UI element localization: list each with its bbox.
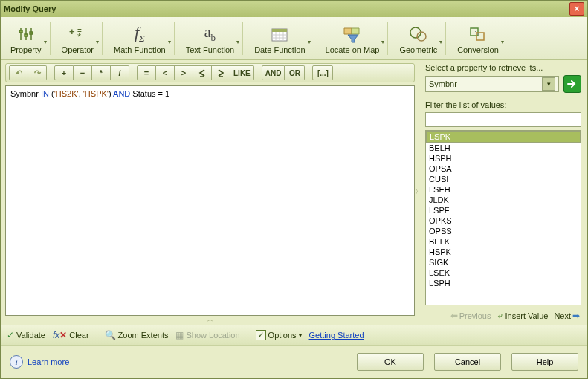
chevron-down-icon: ▾: [439, 39, 442, 45]
ok-button[interactable]: OK: [357, 353, 424, 371]
text-function-icon: ab: [204, 23, 216, 45]
dialog-footer: i Learn more OK Cancel Help: [1, 346, 587, 378]
chevron-down-icon: ▾: [542, 77, 555, 91]
options-button[interactable]: ✓Options▾: [256, 330, 302, 340]
list-item[interactable]: BELH: [426, 143, 581, 153]
mult-op-button[interactable]: *: [92, 65, 111, 80]
query-keyword: IN: [41, 89, 49, 98]
property-label: Property: [10, 45, 42, 54]
ge-op-button[interactable]: [212, 65, 230, 80]
text-function-button[interactable]: ab Text Function ▾: [179, 19, 241, 58]
filter-input[interactable]: [425, 112, 581, 127]
list-item[interactable]: BELK: [426, 236, 581, 247]
div-op-button[interactable]: /: [111, 65, 129, 80]
text-function-label: Text Function: [186, 45, 234, 54]
values-listbox[interactable]: LSPKBELHHSPHOPSACUSILSEHJLDKLSPFOPKSOPSS…: [425, 130, 581, 305]
insert-value-button[interactable]: ⤶Insert Value: [495, 311, 549, 322]
insert-icon: ⤶: [497, 311, 503, 321]
property-button[interactable]: Property ▾: [4, 19, 48, 58]
learn-more-link[interactable]: Learn more: [28, 357, 69, 366]
svg-rect-4: [25, 34, 28, 36]
list-item[interactable]: OPKS: [426, 216, 581, 226]
chevron-down-icon: ▾: [299, 332, 302, 339]
window-title: Modify Query: [4, 4, 56, 13]
operator-button[interactable]: +*= Operator ▾: [55, 19, 100, 58]
conversion-icon: [468, 23, 488, 45]
math-function-label: Math Function: [114, 45, 166, 54]
chevron-down-icon: ▾: [168, 39, 171, 45]
locate-on-map-label: Locate on Map: [326, 45, 380, 54]
zoom-icon: 🔍: [105, 330, 116, 340]
bracket-op-button[interactable]: [...]: [312, 65, 333, 80]
chevron-down-icon: ▾: [236, 39, 239, 45]
svg-text:+: +: [69, 26, 75, 37]
list-item[interactable]: LSPF: [426, 205, 581, 216]
chevron-down-icon: ▾: [308, 39, 311, 45]
list-item[interactable]: LSPH: [426, 278, 581, 288]
list-item[interactable]: SIGK: [426, 257, 581, 268]
arrow-right-icon: [567, 80, 578, 88]
eq-op-button[interactable]: =: [137, 65, 156, 80]
close-button[interactable]: ×: [569, 2, 584, 16]
operator-label: Operator: [62, 45, 94, 54]
list-item[interactable]: LSPK: [426, 131, 581, 143]
conversion-label: Conversion: [457, 45, 499, 54]
lt-op-button[interactable]: <: [156, 65, 175, 80]
collapse-handle-vertical[interactable]: 〉: [415, 60, 422, 323]
undo-button[interactable]: ↶: [9, 65, 28, 80]
chevron-down-icon: ▾: [381, 39, 384, 45]
le-op-button[interactable]: [193, 65, 212, 80]
operator-icon: +*=: [67, 23, 88, 45]
plus-op-button[interactable]: +: [54, 65, 74, 80]
date-function-label: Date Function: [254, 45, 305, 54]
math-function-icon: fΣ: [135, 23, 145, 45]
svg-rect-10: [272, 29, 287, 32]
calendar-icon: [270, 23, 289, 45]
svg-text:=: =: [77, 27, 82, 35]
svg-rect-3: [19, 30, 22, 33]
or-op-button[interactable]: OR: [285, 65, 305, 80]
conversion-button[interactable]: Conversion ▾: [450, 19, 505, 58]
like-op-button[interactable]: LIKE: [230, 65, 254, 80]
list-item[interactable]: HSPK: [426, 247, 581, 257]
date-function-button[interactable]: Date Function ▾: [248, 19, 311, 58]
info-icon: i: [10, 355, 23, 369]
and-op-button[interactable]: AND: [262, 65, 285, 80]
sliders-icon: [16, 23, 36, 45]
query-editor[interactable]: Symbnr IN ('HS2K', 'HSPK') AND Status = …: [5, 85, 415, 316]
collapse-handle-horizontal[interactable]: ︿: [5, 316, 415, 323]
help-button[interactable]: Help: [511, 353, 578, 371]
operators-bar: ↶ ↷ + − * / = < > LIKE AND OR: [5, 63, 415, 82]
math-function-button[interactable]: fΣ Math Function ▾: [107, 19, 172, 58]
clear-icon: fx✕: [53, 330, 67, 340]
list-item[interactable]: JLDK: [426, 195, 581, 205]
previous-button[interactable]: ⬅Previous: [449, 310, 493, 322]
filter-label: Filter the list of values:: [425, 100, 581, 109]
zoom-extents-button[interactable]: 🔍Zoom Extents: [105, 330, 169, 340]
list-item[interactable]: CUSI: [426, 174, 581, 184]
chevron-down-icon: ▾: [44, 39, 47, 45]
minus-op-button[interactable]: −: [74, 65, 92, 80]
cancel-button[interactable]: Cancel: [434, 353, 501, 371]
next-button[interactable]: Next➡: [552, 310, 581, 322]
property-select[interactable]: Symbnr ▾: [425, 76, 559, 92]
check-icon: ✓: [7, 330, 14, 340]
list-item[interactable]: OPSA: [426, 163, 581, 174]
getting-started-link[interactable]: Getting Started: [309, 331, 364, 340]
svg-marker-18: [348, 35, 358, 42]
list-item[interactable]: LSEH: [426, 184, 581, 195]
show-location-button[interactable]: ▦Show Location: [175, 330, 239, 340]
list-item[interactable]: HSPH: [426, 153, 581, 163]
clear-button[interactable]: fx✕Clear: [53, 330, 89, 340]
redo-button[interactable]: ↷: [28, 65, 47, 80]
list-item[interactable]: OPSS: [426, 226, 581, 236]
geometric-button[interactable]: Geometric ▾: [392, 19, 444, 58]
gt-op-button[interactable]: >: [175, 65, 193, 80]
list-item[interactable]: LSEK: [426, 268, 581, 278]
locate-on-map-button[interactable]: Locate on Map ▾: [319, 19, 387, 58]
go-button[interactable]: [563, 75, 581, 93]
query-text: Symbnr: [10, 89, 41, 98]
svg-rect-5: [30, 32, 33, 34]
query-string: 'HSPK': [83, 89, 109, 98]
validate-button[interactable]: ✓Validate: [7, 330, 45, 340]
